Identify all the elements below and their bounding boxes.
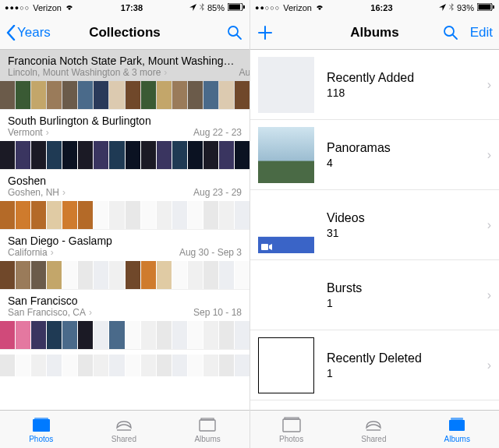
collection-dates: Sep 10 - 18 bbox=[189, 307, 242, 318]
battery-percent: 93% bbox=[457, 3, 474, 12]
battery-percent: 85% bbox=[207, 3, 225, 12]
collection-dates: Aug 22 - 23 bbox=[189, 127, 242, 138]
tab-label: Photos bbox=[279, 435, 303, 443]
albums-screen: ●●○○○ Verizon 16:23 93% Albums Edit bbox=[250, 0, 499, 448]
album-title: Recently Deleted bbox=[327, 351, 475, 365]
tab-photos[interactable]: Photos bbox=[279, 415, 303, 443]
wifi-icon bbox=[315, 3, 324, 12]
collection-dates: Aug 23 - 29 bbox=[189, 187, 242, 198]
collection-subtitle: Goshen, NH bbox=[8, 187, 59, 198]
album-count: 118 bbox=[327, 86, 475, 99]
search-icon[interactable] bbox=[226, 24, 243, 41]
album-item[interactable]: Recently Deleted 1 › bbox=[250, 330, 499, 400]
svg-rect-2 bbox=[243, 5, 245, 9]
tab-shared[interactable]: Shared bbox=[111, 415, 136, 443]
svg-point-15 bbox=[444, 26, 454, 36]
battery-icon bbox=[228, 3, 245, 12]
albums-list[interactable]: Recently Added 118 › Panoramas 4 › Video… bbox=[250, 50, 499, 410]
carrier-label: Verizon bbox=[33, 3, 62, 12]
thumb-strip bbox=[0, 355, 250, 376]
chevron-right-icon: › bbox=[51, 247, 54, 258]
chevron-right-icon: › bbox=[164, 67, 167, 78]
svg-rect-19 bbox=[285, 418, 299, 419]
tab-bar: Photos Shared Albums bbox=[0, 410, 250, 448]
tab-label: Albums bbox=[194, 435, 220, 443]
collection-title: South Burlington & Burlington bbox=[8, 115, 151, 127]
collection-subtitle: Vermont bbox=[8, 127, 43, 138]
album-item[interactable]: Recently Added 118 › bbox=[250, 50, 499, 120]
chevron-right-icon: › bbox=[487, 358, 491, 372]
album-title: Recently Added bbox=[327, 71, 475, 85]
album-thumb bbox=[258, 57, 314, 113]
collection-title: Franconia Notch State Park, Mount Washin… bbox=[8, 55, 235, 67]
collection-subtitle: California bbox=[8, 247, 48, 258]
collection-item[interactable]: San Francisco San Francisco, CA › Sep 10… bbox=[0, 290, 250, 350]
signal-icon: ●●○○○ bbox=[255, 4, 280, 12]
chevron-right-icon: › bbox=[487, 78, 491, 92]
album-title: Bursts bbox=[327, 281, 475, 295]
album-item[interactable]: Panoramas 4 › bbox=[250, 120, 499, 190]
back-button[interactable]: Years bbox=[6, 25, 51, 41]
album-item[interactable]: Bursts 1 › bbox=[250, 260, 499, 330]
svg-rect-9 bbox=[201, 418, 214, 420]
svg-rect-18 bbox=[283, 419, 300, 432]
album-thumb bbox=[258, 337, 314, 393]
add-button[interactable] bbox=[257, 24, 274, 41]
nav-bar: Years Collections bbox=[0, 16, 250, 50]
location-icon bbox=[189, 3, 196, 12]
tab-albums[interactable]: Albums bbox=[194, 415, 220, 443]
collection-dates: Aug 20 - 21 bbox=[235, 67, 250, 78]
bluetooth-icon bbox=[449, 3, 454, 12]
tab-photos[interactable]: Photos bbox=[29, 415, 53, 443]
svg-rect-22 bbox=[451, 418, 463, 420]
album-item[interactable]: Videos 31 › bbox=[250, 190, 499, 260]
collection-title: Goshen bbox=[8, 175, 65, 187]
album-count: 1 bbox=[327, 297, 475, 309]
tab-label: Shared bbox=[361, 435, 386, 443]
svg-line-4 bbox=[237, 35, 241, 39]
location-icon bbox=[439, 3, 446, 12]
battery-icon bbox=[477, 3, 494, 12]
album-count: 1 bbox=[327, 367, 475, 379]
collection-item[interactable]: Franconia Notch State Park, Mount Washin… bbox=[0, 50, 250, 110]
chevron-right-icon: › bbox=[487, 218, 491, 232]
bluetooth-icon bbox=[200, 3, 204, 12]
collections-screen: ●●●○○ Verizon 17:38 85% Years Collection… bbox=[0, 0, 250, 448]
collection-item[interactable]: Goshen Goshen, NH › Aug 23 - 29 bbox=[0, 170, 250, 230]
svg-point-3 bbox=[228, 26, 238, 36]
collection-item[interactable]: San Diego - Gaslamp California › Aug 30 … bbox=[0, 230, 250, 290]
chevron-right-icon: › bbox=[487, 288, 491, 302]
svg-rect-12 bbox=[493, 5, 494, 9]
collections-list[interactable]: Franconia Notch State Park, Mount Washin… bbox=[0, 50, 250, 410]
thumb-strip bbox=[0, 261, 250, 289]
svg-rect-17 bbox=[261, 244, 268, 250]
collection-title: San Diego - Gaslamp bbox=[8, 235, 112, 247]
edit-button[interactable]: Edit bbox=[470, 25, 493, 41]
thumb-strip bbox=[0, 321, 250, 349]
tab-shared[interactable]: Shared bbox=[361, 415, 386, 443]
video-icon bbox=[261, 243, 272, 251]
tab-label: Shared bbox=[111, 435, 136, 443]
svg-rect-11 bbox=[479, 5, 491, 10]
collection-item[interactable]: South Burlington & Burlington Vermont › … bbox=[0, 110, 250, 170]
signal-icon: ●●●○○ bbox=[5, 4, 30, 12]
thumb-strip bbox=[0, 201, 250, 229]
chevron-right-icon: › bbox=[46, 127, 49, 138]
chevron-right-icon: › bbox=[487, 148, 491, 162]
status-bar: ●●○○○ Verizon 16:23 93% bbox=[250, 0, 499, 16]
search-icon[interactable] bbox=[442, 24, 459, 41]
collection-title: San Francisco bbox=[8, 295, 92, 307]
collection-subtitle: Lincoln, Mount Washington & 3 more bbox=[8, 67, 161, 78]
svg-rect-1 bbox=[229, 5, 241, 10]
svg-rect-5 bbox=[33, 419, 50, 432]
tab-albums[interactable]: Albums bbox=[444, 415, 470, 443]
status-time: 17:38 bbox=[74, 3, 189, 12]
album-thumb bbox=[258, 127, 314, 183]
status-time: 16:23 bbox=[324, 3, 439, 12]
album-title: Panoramas bbox=[327, 141, 475, 155]
album-thumb bbox=[258, 267, 314, 323]
back-label: Years bbox=[17, 25, 51, 41]
svg-rect-6 bbox=[34, 418, 48, 420]
tab-label: Albums bbox=[444, 435, 470, 443]
status-bar: ●●●○○ Verizon 17:38 85% bbox=[0, 0, 250, 16]
